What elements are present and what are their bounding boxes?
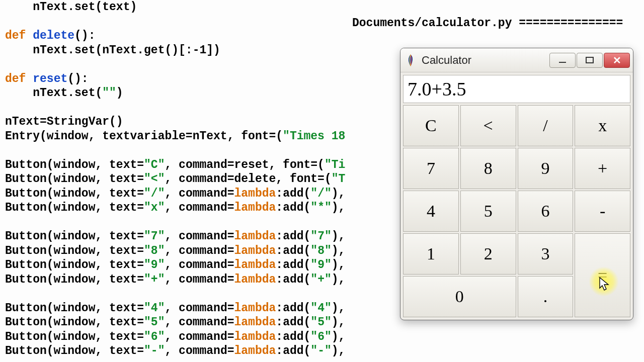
string-literal: "" — [102, 86, 116, 100]
keyword-lambda: lambda — [234, 302, 276, 315]
maximize-button[interactable] — [577, 53, 603, 68]
code-line: nText.set(text) — [5, 1, 137, 14]
code-frag: ), — [332, 316, 346, 329]
window-controls: ✕ — [549, 53, 630, 68]
code-frag: Button(window, text= — [5, 244, 144, 257]
btn-equals[interactable]: = — [575, 233, 630, 317]
keyword-lambda: lambda — [234, 316, 276, 329]
btn-1[interactable]: 1 — [403, 233, 459, 275]
btn-8[interactable]: 8 — [460, 148, 516, 189]
string-literal: "9" — [310, 258, 331, 272]
window-titlebar[interactable]: Calculator ✕ — [400, 48, 633, 72]
code-frag: , command= — [165, 344, 234, 357]
code-frag: Button(window, text= — [5, 158, 144, 171]
code-frag: , command= — [165, 187, 234, 200]
keyword-lambda: lambda — [234, 230, 276, 243]
close-button[interactable]: ✕ — [604, 53, 630, 68]
btn-minus[interactable]: - — [575, 191, 630, 232]
code-frag: , command= — [165, 330, 234, 343]
string-literal: "-" — [310, 344, 331, 357]
string-literal: "/" — [310, 187, 331, 200]
calculator-display[interactable]: 7.0+3.5 — [403, 75, 630, 103]
code-frag: :add( — [276, 330, 310, 343]
tk-feather-icon — [406, 54, 417, 68]
string-literal: "T — [332, 172, 346, 186]
code-frag: ), — [332, 244, 346, 257]
code-frag: :add( — [276, 273, 310, 286]
string-literal: "8" — [144, 244, 165, 257]
string-literal: "4" — [144, 302, 165, 315]
btn-4[interactable]: 4 — [403, 191, 459, 232]
btn-6[interactable]: 6 — [518, 191, 574, 232]
calculator-body: 7.0+3.5 C < / x 7 8 9 + 4 5 6 - 1 2 3 = … — [400, 72, 633, 320]
string-literal: "Times 18 — [283, 130, 345, 143]
keyword-lambda: lambda — [234, 273, 276, 286]
shell-output-header: Documents/calculator.py =============== — [352, 17, 623, 30]
code-frag: :add( — [276, 316, 310, 329]
code-frag: ), — [332, 273, 346, 286]
code-frag: (): — [67, 72, 88, 85]
code-frag: :add( — [276, 201, 310, 214]
keyword-lambda: lambda — [234, 258, 276, 272]
btn-7[interactable]: 7 — [403, 148, 459, 189]
code-frag: Button(window, text= — [5, 172, 144, 186]
string-literal: "9" — [144, 258, 165, 272]
btn-5[interactable]: 5 — [460, 191, 516, 232]
string-literal: "7" — [144, 230, 165, 243]
code-frag: :add( — [276, 302, 310, 315]
code-frag: ), — [332, 201, 346, 214]
code-frag: Button(window, text= — [5, 344, 144, 357]
code-frag: ), — [332, 230, 346, 243]
btn-0[interactable]: 0 — [403, 276, 516, 317]
calculator-keypad: C < / x 7 8 9 + 4 5 6 - 1 2 3 = 0 . — [403, 105, 630, 317]
string-literal: "8" — [310, 244, 331, 257]
window-title: Calculator — [422, 54, 549, 67]
code-frag: , command= — [165, 302, 234, 315]
code-frag: , command=reset, font=( — [165, 158, 324, 171]
svg-rect-0 — [559, 62, 566, 63]
code-frag: Button(window, text= — [5, 201, 144, 214]
fn-name: delete — [33, 29, 74, 42]
string-literal: "+" — [144, 273, 165, 286]
btn-dot[interactable]: . — [518, 276, 574, 317]
code-line: nText=StringVar() — [5, 115, 123, 128]
code-frag: Button(window, text= — [5, 302, 144, 315]
keyword-lambda: lambda — [234, 201, 276, 214]
minimize-button[interactable] — [549, 53, 576, 68]
btn-9[interactable]: 9 — [518, 148, 574, 189]
btn-back[interactable]: < — [460, 105, 516, 146]
code-frag: , command= — [165, 273, 234, 286]
btn-multiply[interactable]: x — [575, 105, 630, 146]
calculator-window: Calculator ✕ 7.0+3.5 C < / x 7 8 9 + 4 5 — [400, 48, 633, 320]
code-frag: Button(window, text= — [5, 316, 144, 329]
code-frag: Button(window, text= — [5, 230, 144, 243]
code-frag: ) — [116, 86, 123, 100]
code-frag: ), — [332, 302, 346, 315]
btn-2[interactable]: 2 — [460, 233, 516, 275]
svg-rect-1 — [586, 57, 593, 63]
code-editor[interactable]: nText.set(text) def delete(): nText.set(… — [0, 0, 362, 358]
keyword-lambda: lambda — [234, 344, 276, 357]
string-literal: "<" — [144, 172, 165, 186]
code-frag: , command=delete, font=( — [165, 172, 331, 186]
code-frag: nText.set( — [5, 86, 102, 100]
btn-plus[interactable]: + — [575, 148, 630, 189]
btn-3[interactable]: 3 — [518, 233, 574, 275]
btn-divide[interactable]: / — [518, 105, 574, 146]
code-frag: , command= — [165, 316, 234, 329]
code-frag: , command= — [165, 230, 234, 243]
code-frag: ), — [332, 330, 346, 343]
string-literal: "-" — [144, 344, 165, 357]
string-literal: "4" — [310, 302, 331, 315]
code-frag: :add( — [276, 258, 310, 272]
string-literal: "x" — [144, 201, 165, 214]
btn-clear[interactable]: C — [403, 105, 459, 146]
string-literal: "*" — [310, 201, 331, 214]
string-literal: "6" — [144, 330, 165, 343]
keyword-def: def — [5, 72, 33, 85]
string-literal: "5" — [144, 316, 165, 329]
code-frag: Button(window, text= — [5, 187, 144, 200]
code-frag: :add( — [276, 230, 310, 243]
string-literal: "/" — [144, 187, 165, 200]
code-frag: ), — [332, 344, 346, 357]
